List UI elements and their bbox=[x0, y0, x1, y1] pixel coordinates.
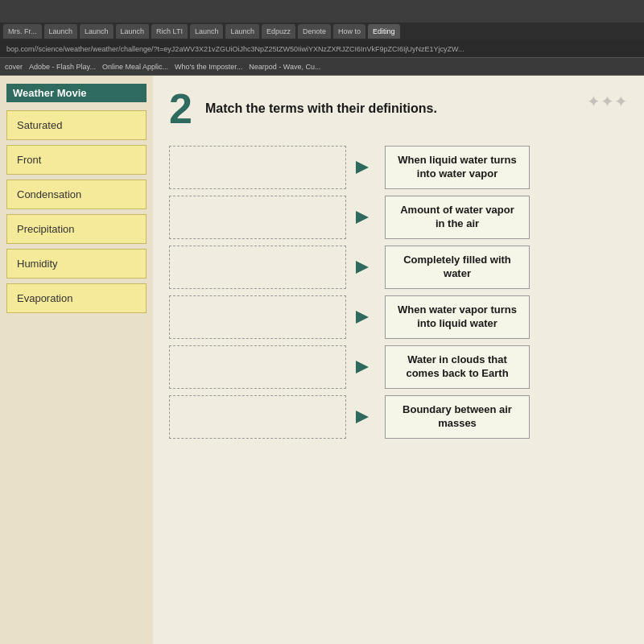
tab-8[interactable]: Denote bbox=[298, 24, 331, 39]
answer-box-4[interactable] bbox=[169, 295, 346, 339]
definition-box-2: Amount of water vapor in the air bbox=[385, 196, 530, 239]
tab-0[interactable]: Mrs. Fr... bbox=[3, 24, 42, 39]
content-area: ✦✦✦ 2 Match the terms with their definit… bbox=[153, 76, 644, 644]
svg-marker-1 bbox=[356, 211, 369, 224]
tab-4[interactable]: Rich LTI bbox=[151, 24, 188, 39]
browser-toolbar bbox=[0, 0, 644, 23]
bookmark-bar: cover Adobe - Flash Play... Online Meal … bbox=[0, 58, 644, 76]
bookmark-2[interactable]: Online Meal Applic... bbox=[102, 63, 168, 71]
bookmark-3[interactable]: Who's the Imposter... bbox=[175, 63, 242, 71]
sidebar-title: Weather Movie bbox=[6, 84, 147, 102]
tab-9[interactable]: How to bbox=[333, 24, 365, 39]
svg-marker-3 bbox=[356, 311, 369, 324]
tab-bar: Mrs. Fr... Launch Launch Launch Rich LTI… bbox=[0, 23, 644, 40]
match-row-4: When water vapor turns into liquid water bbox=[169, 295, 628, 339]
answer-box-1[interactable] bbox=[169, 146, 346, 189]
svg-marker-5 bbox=[356, 411, 369, 423]
svg-marker-2 bbox=[356, 261, 369, 274]
definition-box-4: When water vapor turns into liquid water bbox=[385, 295, 530, 339]
term-condensation[interactable]: Condensation bbox=[6, 180, 147, 209]
url-bar[interactable]: bop.com//science/weather/weather/challen… bbox=[0, 40, 644, 58]
tab-10[interactable]: Editing bbox=[368, 24, 400, 39]
main-content: Weather Movie Saturated Front Condensati… bbox=[0, 76, 644, 644]
decorative-dots: ✦✦✦ bbox=[587, 92, 628, 111]
definition-box-6: Boundary between air masses bbox=[385, 395, 530, 439]
match-row-6: Boundary between air masses bbox=[169, 395, 628, 439]
answer-box-2[interactable] bbox=[169, 196, 346, 239]
bookmark-1[interactable]: Adobe - Flash Play... bbox=[29, 63, 96, 71]
term-front[interactable]: Front bbox=[6, 145, 147, 175]
question-instruction: Match the terms with their definitions. bbox=[205, 101, 437, 116]
tab-5[interactable]: Launch bbox=[190, 24, 224, 39]
definition-box-1: When liquid water turns into water vapor bbox=[385, 146, 530, 189]
term-humidity[interactable]: Humidity bbox=[6, 249, 147, 279]
term-saturated[interactable]: Saturated bbox=[6, 110, 147, 140]
question-number: 2 bbox=[169, 88, 192, 130]
arrow-icon-2 bbox=[354, 206, 377, 229]
bookmark-0[interactable]: cover bbox=[5, 63, 23, 71]
answer-box-6[interactable] bbox=[169, 395, 346, 439]
arrow-icon-6 bbox=[354, 406, 377, 428]
definition-box-5: Water in clouds that comes back to Earth bbox=[385, 345, 530, 389]
tab-3[interactable]: Launch bbox=[116, 24, 150, 39]
arrow-icon-4 bbox=[354, 306, 377, 328]
svg-marker-0 bbox=[356, 161, 369, 174]
sidebar: Weather Movie Saturated Front Condensati… bbox=[0, 76, 153, 644]
match-area: When liquid water turns into water vapor… bbox=[169, 146, 628, 439]
arrow-icon-5 bbox=[354, 356, 377, 378]
tab-6[interactable]: Launch bbox=[225, 24, 259, 39]
match-row-1: When liquid water turns into water vapor bbox=[169, 146, 628, 189]
term-precipitation[interactable]: Precipitation bbox=[6, 214, 147, 244]
answer-box-5[interactable] bbox=[169, 345, 346, 389]
url-text: bop.com//science/weather/weather/challen… bbox=[6, 45, 464, 53]
match-row-3: Completely filled with water bbox=[169, 246, 628, 289]
match-row-5: Water in clouds that comes back to Earth bbox=[169, 345, 628, 389]
answer-box-3[interactable] bbox=[169, 246, 346, 289]
match-row-2: Amount of water vapor in the air bbox=[169, 196, 628, 239]
tab-7[interactable]: Edpuzz bbox=[262, 24, 295, 39]
arrow-icon-1 bbox=[354, 156, 377, 179]
bookmark-4[interactable]: Nearpod - Wave, Cu... bbox=[249, 63, 320, 71]
svg-marker-4 bbox=[356, 361, 369, 374]
arrow-icon-3 bbox=[354, 256, 377, 279]
tab-1[interactable]: Launch bbox=[44, 24, 78, 39]
tab-2[interactable]: Launch bbox=[80, 24, 114, 39]
question-header: 2 Match the terms with their definitions… bbox=[169, 88, 628, 130]
term-evaporation[interactable]: Evaporation bbox=[6, 283, 147, 313]
definition-box-3: Completely filled with water bbox=[385, 246, 530, 289]
